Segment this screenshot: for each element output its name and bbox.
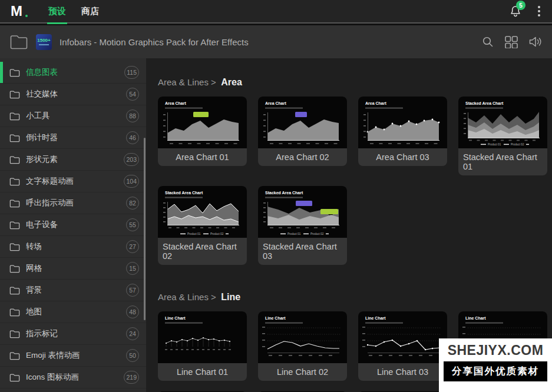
sidebar-item-label: 转场 — [26, 241, 120, 252]
preset-card[interactable]: Area Chart Area Chart 03 — [358, 97, 447, 166]
tab-store[interactable]: 商店 — [81, 0, 99, 23]
sidebar-item[interactable]: 呼出指示动画 82 — [0, 192, 146, 214]
sidebar-item[interactable]: 倒计时器 46 — [0, 127, 146, 149]
preset-card[interactable]: Line Chart Line Chart 01 — [158, 311, 247, 381]
sidebar-item[interactable]: 网格 15 — [0, 258, 146, 280]
pack-title: Infobars - Motion Graphics Pack for Afte… — [60, 37, 249, 47]
more-menu-button[interactable] — [534, 4, 544, 19]
thumb-legend-label: Product 01 — [187, 232, 201, 235]
sidebar-item-label: 小工具 — [26, 111, 120, 121]
sidebar-item[interactable]: 指示标记 24 — [0, 323, 146, 345]
preset-thumbnail: Stacked Area Chart Product 01 Product 02 — [258, 186, 347, 238]
thumb-title: Stacked Area Chart — [165, 191, 203, 195]
folder-icon — [9, 373, 20, 382]
category-sidebar: 信息图表 115 社交媒体 54 小工具 88 倒计时器 46 形状元素 203… — [0, 58, 146, 392]
stacked-2-thumbnail: Stacked Area Chart Product 01 Product 02 — [158, 186, 247, 238]
stacked-3-thumbnail: Stacked Area Chart Product 01 Product 02 — [258, 186, 347, 238]
search-icon[interactable] — [481, 35, 494, 48]
thumb-subtitle-line — [465, 108, 503, 109]
item-count-badge: 55 — [126, 218, 139, 231]
preset-card[interactable]: Line Chart Line Chart 03 — [358, 311, 447, 381]
sidebar-scrollbar[interactable] — [144, 138, 146, 320]
sidebar-item[interactable]: 转场 27 — [0, 236, 146, 258]
pack-header-actions — [481, 35, 543, 48]
line-smooth-thumbnail: Line Chart — [258, 311, 347, 363]
sidebar-item[interactable]: Icons 图标动画 219 — [0, 367, 146, 388]
sidebar-item[interactable]: 信息图表 115 — [0, 62, 146, 84]
line-zigzag-thumbnail: Line Chart — [358, 311, 447, 363]
watermark-slogan: 分享国外优质素材 — [444, 361, 547, 381]
folder-icon — [9, 199, 20, 208]
folder-icon — [9, 264, 20, 273]
thumb-title: Line Chart — [265, 316, 286, 320]
app-logo[interactable]: M — [11, 2, 31, 20]
sidebar-item[interactable]: 社交媒体 54 — [0, 84, 146, 105]
topbar-actions: 5 — [508, 4, 544, 19]
tab-presets[interactable]: 预设 — [48, 0, 66, 23]
thumb-title: Stacked Area Chart — [465, 101, 504, 105]
thumb-title: Area Chart — [265, 101, 286, 105]
sidebar-item-label: Emoji 表情动画 — [26, 350, 120, 361]
section-header: Area & Lines > Area — [158, 77, 552, 88]
preset-thumbnail: Area Chart — [258, 97, 347, 148]
preset-thumbnail: Area Chart — [158, 97, 247, 148]
preset-card[interactable]: Area Chart Area Chart 02 — [258, 97, 347, 166]
sidebar-item-label: 形状元素 — [26, 154, 118, 165]
watermark-url: SHEJIYX.COM — [448, 343, 544, 358]
sidebar-item-label: 电子设备 — [26, 220, 120, 230]
sidebar-item-label: 地图 — [26, 307, 120, 317]
thumb-title: Line Chart — [465, 316, 486, 320]
thumb-subtitle-line — [165, 108, 203, 109]
watermark: SHEJIYX.COM 分享国外优质素材 — [439, 338, 552, 392]
stacked-1-thumbnail: Stacked Area Chart Product 01 Product 02 — [458, 97, 547, 148]
folder-icon — [9, 155, 20, 164]
sidebar-item[interactable]: 背景 57 — [0, 280, 146, 301]
thumb-title: Line Chart — [165, 316, 186, 320]
thumb-legend-label: Product 01 — [287, 232, 301, 235]
notification-count-badge: 5 — [516, 1, 525, 10]
section-title: Area — [221, 77, 242, 87]
thumb-subtitle-line — [265, 197, 303, 198]
sidebar-item[interactable]: 形状元素 203 — [0, 149, 146, 171]
thumb-title: Line Chart — [365, 316, 386, 320]
sidebar-item-label: 信息图表 — [26, 67, 118, 78]
folder-icon — [9, 112, 20, 121]
item-count-badge: 48 — [126, 305, 139, 318]
sound-icon[interactable] — [528, 35, 543, 48]
preset-caption: Line Chart 02 — [258, 363, 347, 381]
notifications-button[interactable]: 5 — [508, 4, 523, 18]
sidebar-item-label: 网格 — [26, 263, 120, 274]
pack-header: 1500+ Infobars - Motion Graphics Pack fo… — [0, 25, 552, 58]
active-indicator — [0, 62, 3, 83]
preset-card[interactable]: Area Chart Area Chart 01 — [158, 97, 247, 166]
preset-thumbnail: Area Chart — [358, 97, 447, 148]
folder-icon — [9, 68, 20, 77]
item-count-badge: 54 — [126, 88, 139, 101]
item-count-badge: 57 — [126, 284, 139, 297]
preset-card[interactable]: Stacked Area Chart Product 01 Product 02… — [158, 186, 247, 265]
sidebar-item[interactable]: 电子设备 55 — [0, 214, 146, 236]
section-breadcrumb: Area & Lines > — [158, 292, 216, 302]
preset-card[interactable]: Line Chart Line Chart 02 — [258, 311, 347, 381]
sidebar-item-label: 背景 — [26, 285, 120, 295]
preset-card[interactable]: Stacked Area Chart Product 01 Product 02… — [458, 97, 547, 175]
item-count-badge: 82 — [126, 197, 139, 210]
sidebar-item-label: 社交媒体 — [26, 89, 120, 99]
folder-icon — [9, 177, 20, 186]
grid-view-icon[interactable] — [504, 35, 518, 48]
sidebar-item[interactable]: 地图 48 — [0, 301, 146, 323]
item-count-badge: 46 — [126, 131, 139, 144]
preset-thumbnail: Line Chart — [158, 311, 247, 363]
thumb-subtitle-line — [465, 323, 503, 324]
thumb-subtitle-line — [265, 108, 303, 109]
preset-card[interactable]: Stacked Area Chart Product 01 Product 02… — [258, 186, 347, 265]
thumb-title: Stacked Area Chart — [265, 191, 303, 195]
sidebar-item[interactable]: 文字标题动画 104 — [0, 171, 146, 192]
thumb-subtitle-line — [165, 323, 203, 324]
sidebar-item[interactable]: 小工具 88 — [0, 105, 146, 127]
sidebar-item[interactable]: Emoji 表情动画 50 — [0, 345, 146, 367]
sidebar-item-label: 呼出指示动画 — [26, 198, 120, 208]
logo-m-glyph: M — [11, 3, 22, 19]
line-dots-thumbnail: Line Chart — [158, 311, 247, 363]
section-header: Area & Lines > Line — [158, 292, 552, 303]
